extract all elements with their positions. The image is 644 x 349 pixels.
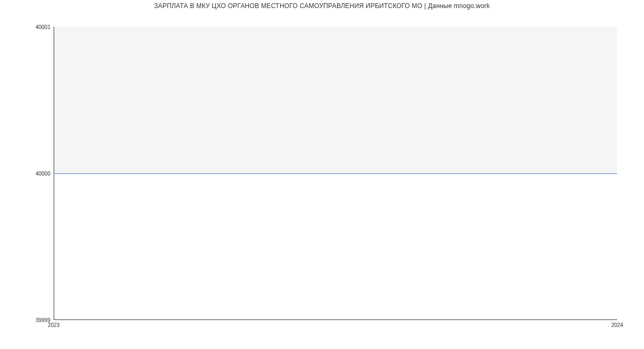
x-axis-line: [54, 319, 617, 320]
y-axis-line: [54, 27, 54, 320]
x-tick-label: 2023: [48, 322, 60, 328]
plot-band: [54, 27, 617, 173]
x-tick-label: 2024: [611, 322, 623, 328]
chart-container: ЗАРПЛАТА В МКУ ЦХО ОРГАНОВ МЕСТНОГО САМО…: [0, 0, 644, 349]
y-tick-label: 40000: [0, 171, 50, 177]
data-line: [54, 173, 617, 174]
y-tick-label: 40001: [0, 24, 50, 30]
y-tick-label: 39999: [0, 317, 50, 323]
plot-area: [54, 27, 617, 320]
chart-title: ЗАРПЛАТА В МКУ ЦХО ОРГАНОВ МЕСТНОГО САМО…: [0, 2, 644, 10]
